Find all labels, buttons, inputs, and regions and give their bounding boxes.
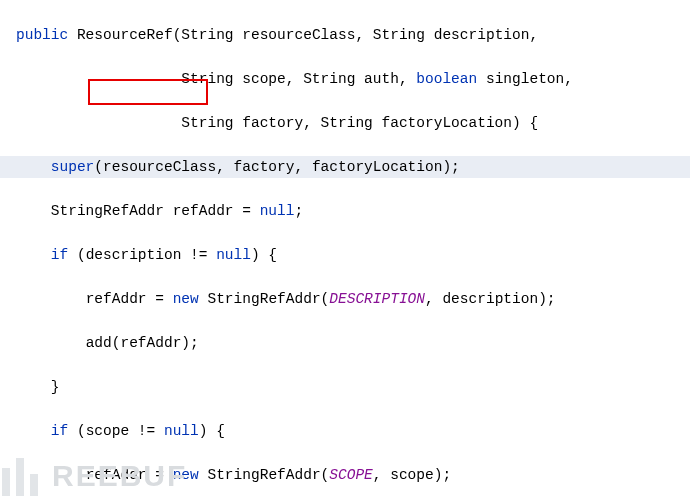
code-line: String factory, String factoryLocation) … [0, 112, 690, 134]
code-line: StringRefAddr refAddr = null; [0, 200, 690, 222]
keyword-new: new [173, 291, 199, 307]
keyword-public: public [16, 27, 68, 43]
var: refAddr [86, 467, 147, 483]
code-line: if (scope != null) { [0, 420, 690, 442]
fn: add [86, 335, 112, 351]
code-line: add(refAddr); [0, 332, 690, 354]
code-block: public ResourceRef(String resourceClass,… [0, 0, 690, 502]
keyword-new: new [173, 467, 199, 483]
type-string: String [303, 71, 355, 87]
code-line: refAddr = new StringRefAddr(DESCRIPTION,… [0, 288, 690, 310]
param: auth [364, 71, 399, 87]
param: scope [242, 71, 286, 87]
code-line-highlighted: super(resourceClass, factory, factoryLoc… [0, 156, 690, 178]
var: refAddr [173, 203, 234, 219]
keyword-super: super [51, 159, 95, 175]
arg: resourceClass [103, 159, 216, 175]
keyword-null: null [260, 203, 295, 219]
arg: factory [234, 159, 295, 175]
param: singleton [486, 71, 564, 87]
keyword-boolean: boolean [416, 71, 477, 87]
var: scope [86, 423, 130, 439]
code-line: refAddr = new StringRefAddr(SCOPE, scope… [0, 464, 690, 486]
arg: description [442, 291, 538, 307]
param: resourceClass [242, 27, 355, 43]
arg: refAddr [120, 335, 181, 351]
var: description [86, 247, 182, 263]
type: StringRefAddr [207, 467, 320, 483]
constructor-name: ResourceRef [77, 27, 173, 43]
const: DESCRIPTION [329, 291, 425, 307]
type-string: String [181, 115, 233, 131]
code-line: public ResourceRef(String resourceClass,… [0, 24, 690, 46]
arg: factoryLocation [312, 159, 443, 175]
type-string: String [373, 27, 425, 43]
keyword-if: if [51, 247, 68, 263]
type-string: String [181, 27, 233, 43]
arg: scope [390, 467, 434, 483]
type-string: String [181, 71, 233, 87]
keyword-if: if [51, 423, 68, 439]
var: refAddr [86, 291, 147, 307]
param: factoryLocation [382, 115, 513, 131]
const: SCOPE [329, 467, 373, 483]
type: StringRefAddr [207, 291, 320, 307]
code-line: } [0, 376, 690, 398]
param: factory [242, 115, 303, 131]
param: description [434, 27, 530, 43]
keyword-null: null [216, 247, 251, 263]
keyword-null: null [164, 423, 199, 439]
code-line: if (description != null) { [0, 244, 690, 266]
type: StringRefAddr [51, 203, 164, 219]
code-line: String scope, String auth, boolean singl… [0, 68, 690, 90]
type-string: String [321, 115, 373, 131]
